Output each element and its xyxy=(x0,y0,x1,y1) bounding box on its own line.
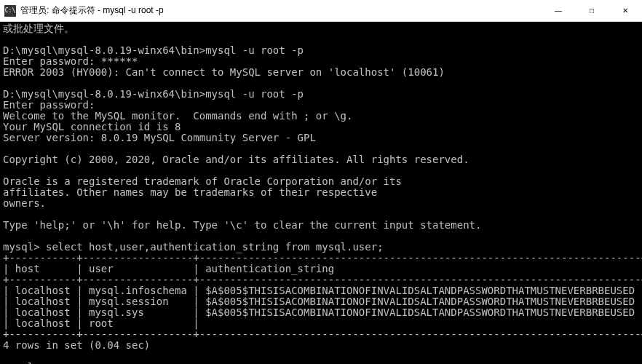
text-line: Welcome to the MySQL monitor. Commands e… xyxy=(3,110,352,122)
text-line: owners. xyxy=(3,197,46,209)
terminal-output[interactable]: 或批处理文件。 D:\mysql\mysql-8.0.19-winx64\bin… xyxy=(0,22,642,364)
text-line: Your MySQL connection id is 8 xyxy=(3,121,181,132)
table-border: +-----------+------------------+--------… xyxy=(3,328,642,340)
text-line: affiliates. Other names may be trademark… xyxy=(3,186,377,198)
close-button[interactable]: ✕ xyxy=(609,0,642,22)
table-border: +-----------+------------------+--------… xyxy=(3,274,642,285)
table-row: | localhost | mysql.session | $A$005$THI… xyxy=(3,296,642,307)
table-row: | localhost | root | | xyxy=(3,317,642,329)
result-line: 4 rows in set (0.04 sec) xyxy=(3,339,150,351)
text-line: Copyright (c) 2000, 2020, Oracle and/or … xyxy=(3,154,469,165)
prompt-line: D:\mysql\mysql-8.0.19-winx64\bin>mysql -… xyxy=(3,88,304,100)
table-border: +-----------+------------------+--------… xyxy=(3,252,642,264)
mysql-prompt: mysql> xyxy=(3,361,46,364)
window-titlebar: C:\ 管理员: 命令提示符 - mysql -u root -p — □ ✕ xyxy=(0,0,642,22)
text-line: Type 'help;' or '\h' for help. Type '\c'… xyxy=(3,219,481,231)
cmd-icon: C:\ xyxy=(4,5,16,17)
window-title: 管理员: 命令提示符 - mysql -u root -p xyxy=(20,4,164,17)
table-header: | host | user | authentication_string | xyxy=(3,263,642,274)
text-line: Enter password: xyxy=(3,99,95,111)
table-row: | localhost | mysql.sys | $A$005$THISISA… xyxy=(3,306,642,318)
table-row: | localhost | mysql.infoschema | $A$005$… xyxy=(3,285,642,296)
prompt-line: D:\mysql\mysql-8.0.19-winx64\bin>mysql -… xyxy=(3,44,304,56)
text-line: Enter password: ****** xyxy=(3,55,138,67)
query-line: mysql> select host,user,authentication_s… xyxy=(3,241,384,253)
text-line: Oracle is a registered trademark of Orac… xyxy=(3,175,402,187)
text-line: Server version: 8.0.19 MySQL Community S… xyxy=(3,132,316,143)
minimize-button[interactable]: — xyxy=(542,0,575,22)
error-line: ERROR 2003 (HY000): Can't connect to MyS… xyxy=(3,66,445,78)
text-line: 或批处理文件。 xyxy=(3,23,74,34)
maximize-button[interactable]: □ xyxy=(575,0,609,22)
